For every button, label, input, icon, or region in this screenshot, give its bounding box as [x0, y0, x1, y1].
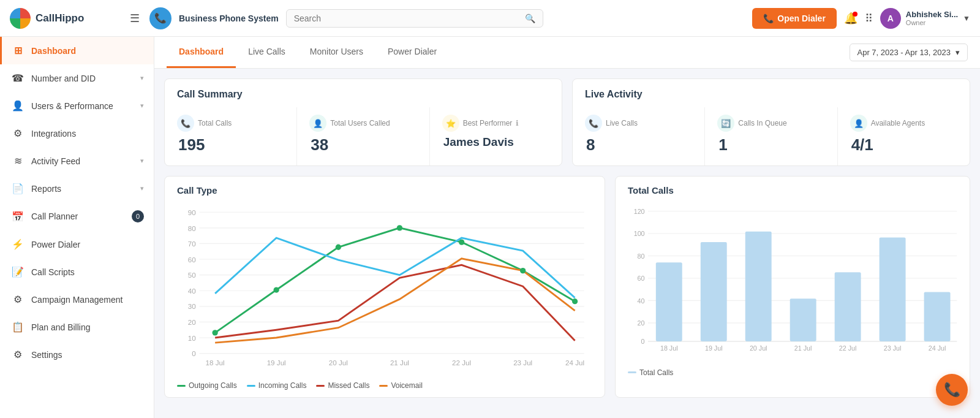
sidebar-item-dashboard[interactable]: ⊞ Dashboard — [0, 37, 154, 64]
legend-outgoing: Outgoing Calls — [177, 381, 237, 390]
sidebar-item-integrations[interactable]: ⚙ Integrations — [0, 120, 154, 147]
main-layout: ⊞ Dashboard ☎ Number and DID ▾ 👤 Users &… — [0, 37, 980, 418]
svg-text:10: 10 — [188, 334, 196, 342]
logo-icon — [10, 8, 31, 29]
svg-text:23 Jul: 23 Jul — [884, 344, 902, 352]
hamburger-button[interactable]: ☰ — [127, 9, 142, 28]
campaign-icon: ⚙ — [12, 294, 24, 305]
svg-rect-50 — [745, 232, 772, 341]
total-users-icon: 👤 — [309, 115, 326, 132]
total-calls-value: 195 — [177, 135, 284, 154]
user-name: Abhishek Si... — [906, 10, 958, 19]
total-calls-label: Total Calls — [198, 119, 232, 127]
svg-text:22 Jul: 22 Jul — [452, 359, 471, 367]
svg-rect-53 — [880, 237, 906, 341]
search-input[interactable] — [294, 13, 520, 23]
total-calls-color — [628, 371, 636, 373]
svg-text:60: 60 — [188, 256, 196, 264]
activity-chevron-icon: ▾ — [140, 157, 144, 165]
voicemail-label: Voicemail — [391, 381, 422, 390]
sidebar: ⊞ Dashboard ☎ Number and DID ▾ 👤 Users &… — [0, 37, 154, 418]
total-users-header: 👤 Total Users Called — [309, 115, 417, 132]
tab-dashboard[interactable]: Dashboard — [167, 37, 236, 68]
fab-call-button[interactable]: 📞 — [936, 374, 968, 406]
total-calls-stat: 📞 Total Calls 195 — [165, 107, 297, 165]
calls-in-queue-label: Calls In Queue — [738, 119, 786, 127]
activity-feed-icon: ≋ — [12, 155, 24, 167]
calls-in-queue-value: 1 — [717, 135, 824, 154]
summary-panels-row: Call Summary 📞 Total Calls 195 👤 Total U… — [154, 69, 980, 171]
best-performer-stat: ⭐ Best Performer ℹ James Davis — [430, 107, 562, 165]
dashboard-icon: ⊞ — [12, 45, 24, 56]
sidebar-item-number-did[interactable]: ☎ Number and DID ▾ — [0, 64, 154, 92]
svg-text:50: 50 — [188, 271, 196, 279]
total-calls-svg: 0 20 40 60 80 100 120 — [622, 198, 963, 356]
total-calls-chart-panel: Total Calls 0 20 40 — [615, 176, 970, 398]
available-agents-stat: 👤 Available Agents 4/1 — [838, 107, 970, 165]
live-activity-panel: Live Activity 📞 Live Calls 8 🔄 Calls In … — [572, 78, 970, 166]
users-chevron-icon: ▾ — [140, 102, 144, 110]
sidebar-item-power-dialer[interactable]: ⚡ Power Dialer — [0, 230, 154, 258]
live-calls-stat: 📞 Live Calls 8 — [573, 107, 705, 165]
svg-text:120: 120 — [634, 208, 645, 215]
svg-point-29 — [336, 245, 341, 250]
sidebar-item-activity-feed[interactable]: ≋ Activity Feed ▾ — [0, 147, 154, 175]
sidebar-item-call-scripts[interactable]: 📝 Call Scripts — [0, 258, 154, 286]
info-icon: ℹ — [516, 119, 519, 127]
svg-text:0: 0 — [192, 349, 196, 357]
reports-icon: 📄 — [12, 183, 24, 194]
legend-incoming: Incoming Calls — [247, 381, 307, 390]
call-type-svg: 0 10 20 30 40 50 60 70 80 90 18 Jul 19 J… — [171, 198, 598, 369]
svg-text:80: 80 — [188, 224, 196, 232]
available-agents-header: 👤 Available Agents — [850, 115, 957, 132]
integrations-icon: ⚙ — [12, 127, 24, 139]
svg-text:19 Jul: 19 Jul — [267, 359, 286, 367]
main-content: Dashboard Live Calls Monitor Users Power… — [154, 37, 980, 418]
available-agents-icon: 👤 — [850, 115, 867, 132]
svg-point-33 — [572, 298, 578, 304]
svg-text:19 Jul: 19 Jul — [705, 344, 723, 352]
logo-text: CallHippo — [36, 12, 84, 25]
live-calls-label: Live Calls — [606, 119, 638, 127]
total-calls-chart-container: 0 20 40 60 80 100 120 — [616, 198, 970, 363]
calls-in-queue-icon: 🔄 — [717, 115, 734, 132]
incoming-color — [247, 385, 255, 387]
svg-point-32 — [520, 268, 526, 273]
sidebar-item-settings[interactable]: ⚙ Settings — [0, 341, 154, 368]
notification-button[interactable]: 🔔 — [844, 12, 858, 25]
calls-in-queue-stat: 🔄 Calls In Queue 1 — [705, 107, 837, 165]
svg-text:20: 20 — [638, 319, 645, 327]
date-range-picker[interactable]: Apr 7, 2023 - Apr 13, 2023 ▾ — [850, 44, 968, 61]
sidebar-item-reports[interactable]: 📄 Reports ▾ — [0, 175, 154, 202]
svg-text:40: 40 — [638, 297, 645, 305]
svg-text:60: 60 — [638, 275, 645, 282]
reports-chevron-icon: ▾ — [140, 184, 144, 192]
svg-text:30: 30 — [188, 302, 196, 310]
svg-text:0: 0 — [641, 338, 645, 345]
open-dialer-button[interactable]: 📞 Open Dialer — [752, 8, 837, 29]
missed-label: Missed Calls — [328, 381, 369, 390]
user-role: Owner — [906, 19, 958, 26]
sidebar-item-users-performance[interactable]: 👤 Users & Performance ▾ — [0, 92, 154, 120]
available-agents-label: Available Agents — [871, 119, 925, 127]
plan-billing-icon: 📋 — [12, 321, 24, 333]
live-activity-title: Live Activity — [573, 79, 970, 107]
tab-monitor-users[interactable]: Monitor Users — [298, 37, 375, 68]
user-area[interactable]: A Abhishek Si... Owner ▼ — [880, 8, 970, 29]
tab-live-calls[interactable]: Live Calls — [236, 37, 298, 68]
live-calls-value: 8 — [585, 135, 692, 154]
biz-phone-label: Business Phone System — [179, 13, 279, 23]
best-performer-value: James Davis — [442, 135, 549, 149]
incoming-label: Incoming Calls — [258, 381, 307, 390]
svg-rect-52 — [835, 272, 861, 341]
svg-rect-54 — [924, 292, 951, 341]
sidebar-item-campaign-management[interactable]: ⚙ Campaign Management — [0, 286, 154, 313]
power-dialer-icon: ⚡ — [12, 238, 24, 250]
sidebar-item-plan-billing[interactable]: 📋 Plan and Billing — [0, 313, 154, 341]
grid-menu-button[interactable]: ⠿ — [865, 12, 873, 25]
sidebar-item-call-planner[interactable]: 📅 Call Planner 0 — [0, 202, 154, 230]
legend-total-calls: Total Calls — [628, 368, 673, 377]
number-did-chevron-icon: ▾ — [140, 74, 144, 82]
total-users-value: 38 — [309, 135, 417, 154]
tab-power-dialer[interactable]: Power Dialer — [375, 37, 449, 68]
